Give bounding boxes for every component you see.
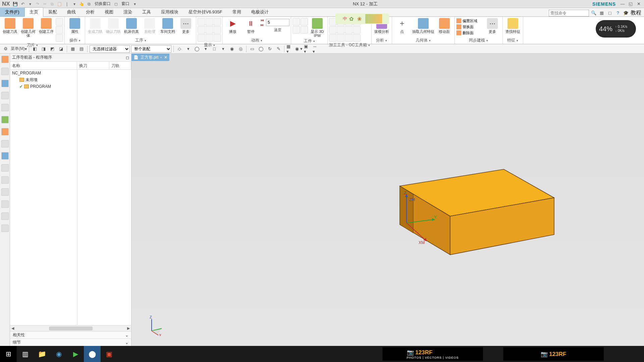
help-icon[interactable]: ? [614, 10, 621, 16]
wp-mini-2[interactable] [301, 18, 308, 25]
display-mini-8[interactable] [206, 34, 213, 42]
view-triad[interactable]: Z X [145, 316, 165, 336]
blade-mini-3[interactable] [56, 34, 63, 42]
gc-mini-12[interactable] [353, 34, 361, 42]
point-button[interactable]: + 点 [393, 17, 411, 34]
gc-mini-10[interactable] [337, 34, 344, 42]
create-operation-button[interactable]: 创建工序 [38, 17, 55, 34]
display-mini-4[interactable] [198, 26, 205, 34]
group-sync-dropdown[interactable]: ▾ [486, 39, 488, 42]
rail-icon-9[interactable] [1, 152, 9, 160]
generate-toolpath-button[interactable]: 生成刀轨 [87, 17, 104, 34]
tab-electrode[interactable]: 电极设计 [246, 7, 274, 16]
rail-icon-7[interactable] [1, 128, 9, 135]
navigator-maximize-icon[interactable]: ◻ [126, 55, 129, 60]
rail-icon-15[interactable] [1, 225, 9, 232]
start-button[interactable]: ⊞ [0, 346, 17, 362]
minimize-button[interactable]: — [619, 1, 626, 7]
tb-icon-14[interactable]: ◎ [237, 45, 244, 53]
group-workpiece-dropdown[interactable]: ▾ [313, 40, 315, 43]
gc-mini-8[interactable] [353, 26, 361, 34]
step-fwd-icon[interactable]: ⏭ [260, 23, 264, 27]
wp-mini-1[interactable] [292, 18, 300, 25]
close-button[interactable]: ✕ [635, 1, 642, 7]
ad-2[interactable]: 📷 123RF [503, 347, 604, 361]
selection-filter-combo[interactable]: 无选择过滤器 [90, 45, 130, 53]
rail-icon-2[interactable] [1, 68, 9, 75]
offset-region-icon[interactable] [456, 18, 462, 23]
qat-more[interactable]: ▾ [71, 1, 78, 7]
play-button[interactable]: ▶ 播放 [224, 17, 241, 34]
edge-button[interactable]: ◉ [50, 346, 67, 362]
file-explorer-button[interactable]: 📁 [34, 346, 50, 362]
document-tab[interactable]: 📄 正方形.prt ▫ ✕ [131, 54, 169, 61]
tutorial-icon[interactable]: 🎓 [623, 10, 629, 16]
assembly-filter-combo[interactable]: 整个装配 [131, 45, 171, 53]
tb-icon-19[interactable]: ▦ ▾ [286, 45, 294, 53]
window-icon[interactable]: ◻ [113, 1, 119, 7]
gc-mini-6[interactable] [337, 26, 344, 34]
group-procedure-dropdown[interactable]: ▾ [145, 39, 146, 42]
move-face-button[interactable]: 移动面 [436, 17, 453, 34]
rail-navigator-icon[interactable] [1, 56, 9, 63]
doc-save-icon[interactable]: ▫ [160, 55, 162, 60]
replace-face-icon[interactable] [456, 24, 462, 29]
rail-icon-8[interactable] [1, 140, 9, 147]
scroll-right-icon[interactable]: ▶ [127, 326, 130, 330]
tree-item-program[interactable]: ✓ PROGRAM [10, 83, 131, 90]
machine-simulate-button[interactable]: 机床仿真 [123, 17, 140, 34]
tb-icon-16[interactable]: ◯ [257, 45, 265, 53]
tb-icon-17[interactable]: ↻ [266, 45, 273, 53]
gc-mini-5[interactable] [329, 26, 336, 34]
group-analysis-dropdown[interactable]: ▾ [385, 39, 387, 42]
tb-icon-20[interactable]: ◉ ▾ [295, 45, 303, 53]
model-3d-block[interactable]: Z ZM Y XM [326, 141, 561, 275]
properties-button[interactable]: 属性 [66, 17, 84, 34]
tutorial-label[interactable]: 教程 [631, 9, 641, 16]
copy-icon[interactable]: ⧉ [49, 1, 56, 7]
group-geometry-dropdown[interactable]: ▾ [429, 39, 431, 42]
rail-icon-3[interactable] [1, 80, 9, 87]
powerpoint-button[interactable]: ▣ [101, 346, 117, 362]
create-tool-button[interactable]: 创建刀具 [1, 17, 19, 34]
layout-icon[interactable]: ▦ [598, 10, 605, 16]
verify-toolpath-button[interactable]: 确认刀轨 [105, 17, 122, 34]
redo-icon[interactable]: ↷ [34, 1, 41, 7]
tree-item-unused[interactable]: 未用项 [10, 76, 131, 83]
touch-icon[interactable]: 👆 [78, 1, 85, 7]
gc-mini-9[interactable] [329, 34, 336, 42]
doc-close-icon[interactable]: ✕ [164, 55, 167, 60]
gc-mini-11[interactable] [345, 34, 353, 42]
switch-window-label[interactable]: 切换窗口 [93, 1, 112, 7]
header-toolpath[interactable]: 刀轨 [109, 62, 131, 69]
more-procedure-button[interactable]: ⋯ 更多 [177, 17, 195, 34]
tab-view[interactable]: 视图 [100, 7, 118, 16]
tb-icon-8[interactable]: ▾ [184, 45, 192, 53]
tb-icon-18[interactable]: ✎ [275, 45, 282, 53]
group-feature-dropdown[interactable]: ▾ [517, 39, 518, 42]
tb-icon-5[interactable]: ▦ [69, 45, 76, 53]
display-mini-1[interactable] [198, 18, 205, 25]
rail-icon-10[interactable] [1, 164, 9, 172]
group-display-dropdown[interactable]: ▾ [213, 44, 215, 47]
group-gc-dropdown[interactable]: ▾ [368, 44, 370, 47]
more-sync-button[interactable]: ⋯ 更多 [484, 17, 501, 34]
tab-home[interactable]: 主页 [24, 7, 43, 17]
display-mini-3[interactable] [214, 18, 221, 25]
tab-file[interactable]: 文件(F) [0, 7, 24, 16]
window-label[interactable]: 窗口 [120, 1, 131, 7]
extract-geo-button[interactable]: 抽取几何特征 [412, 17, 435, 34]
pause-button[interactable]: ⏸ 暂停 [242, 17, 260, 34]
rail-icon-11[interactable] [1, 176, 9, 184]
group-blade-dropdown[interactable]: ▾ [36, 44, 38, 47]
window-dropdown[interactable]: ▾ [131, 1, 138, 7]
search-icon[interactable]: 🔍 [590, 10, 597, 16]
postprocess-button[interactable]: 后处理 [141, 17, 158, 34]
rail-icon-14[interactable] [1, 213, 9, 220]
find-feature-button[interactable]: 查找特征 [504, 17, 522, 34]
tb-icon-22[interactable]: ↔ ▾ [313, 45, 320, 53]
section-dependencies[interactable]: 相关性 ⌄ [10, 331, 131, 339]
undo-dropdown[interactable]: ▾ [27, 1, 34, 7]
blade-mini-1[interactable] [56, 18, 63, 25]
tab-analysis[interactable]: 分析 [81, 7, 100, 16]
